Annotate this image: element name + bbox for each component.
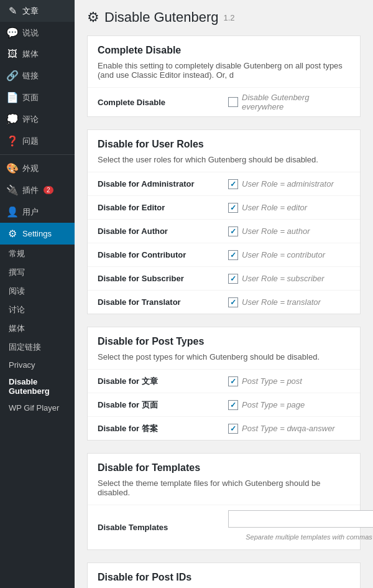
- sidebar-sub-xiezuo[interactable]: 撰写: [0, 263, 75, 282]
- role-editor-checkbox[interactable]: [228, 203, 238, 213]
- sidebar-sub-meiti[interactable]: 媒体: [0, 319, 75, 338]
- templates-input[interactable]: [228, 510, 373, 528]
- lianjie-icon: 🔗: [6, 70, 19, 82]
- sidebar-item-label: Settings: [22, 229, 52, 238]
- role-administrator-checkbox[interactable]: [228, 179, 238, 189]
- role-translator-row: Disable for Translator User Role = trans…: [88, 290, 360, 314]
- post-type-yemian-checkbox[interactable]: [228, 400, 238, 410]
- complete-disable-desc: Enable this setting to completely disabl…: [88, 58, 360, 87]
- templates-section: Disable for Templates Select the theme t…: [87, 453, 361, 550]
- role-contributor-value: User Role = contributor: [242, 250, 325, 259]
- sidebar-item-label: 页面: [22, 92, 39, 103]
- sidebar-item-label: 链接: [22, 70, 39, 82]
- post-types-desc: Select the post types for which Gutenber…: [88, 350, 360, 369]
- sidebar-item-label: 媒体: [22, 49, 39, 60]
- post-type-wenzhang-label: Disable for 文章: [98, 376, 228, 387]
- role-administrator-row: Disable for Administrator User Role = ad…: [88, 172, 360, 195]
- role-editor-value: User Role = editor: [242, 203, 307, 212]
- sidebar-item-lianjie[interactable]: 🔗 链接: [0, 65, 75, 86]
- post-type-daan-value: Post Type = dwqa-answer: [242, 424, 335, 433]
- sidebar-item-label: 评论: [22, 114, 39, 125]
- post-type-wenzhang-checkbox[interactable]: [228, 376, 238, 386]
- user-roles-title: Disable for User Roles: [88, 130, 360, 152]
- wenzhang-icon: ✎: [6, 5, 19, 17]
- sidebar-sub-privacy[interactable]: Privacy: [0, 357, 75, 373]
- templates-hint: Separate multiple templates with commas: [246, 531, 372, 544]
- role-contributor-checkbox[interactable]: [228, 250, 238, 260]
- templates-label: Disable Templates: [98, 523, 228, 532]
- shuoshuo-icon: 💬: [6, 27, 19, 39]
- post-type-yemian-row: Disable for 页面 Post Type = page: [88, 393, 360, 416]
- role-contributor-row: Disable for Contributor User Role = cont…: [88, 243, 360, 266]
- page-title: ⚙ Disable Gutenberg 1.2: [87, 9, 361, 26]
- templates-row: Disable Templates Separate multiple temp…: [88, 505, 360, 549]
- sidebar-item-label: 插件: [22, 185, 39, 196]
- complete-disable-value-text: Disable Gutenberg everywhere: [242, 93, 350, 111]
- wenti-icon: ❓: [6, 135, 19, 147]
- complete-disable-row: Complete Disable Disable Gutenberg every…: [88, 87, 360, 116]
- post-ids-section: Disable for Post IDs Select the post IDs…: [87, 562, 361, 588]
- post-ids-title: Disable for Post IDs: [88, 563, 360, 586]
- post-type-daan-checkbox[interactable]: [228, 424, 238, 434]
- user-roles-desc: Select the user roles for which Gutenber…: [88, 152, 360, 172]
- sidebar-item-label: 问题: [22, 136, 39, 147]
- user-roles-section: Disable for User Roles Select the user r…: [87, 129, 361, 314]
- page-version: 1.2: [223, 13, 234, 22]
- templates-title: Disable for Templates: [88, 454, 360, 476]
- sidebar-item-wenzhang[interactable]: ✎ 文章: [0, 0, 75, 22]
- pinglun-icon: 💭: [6, 113, 19, 125]
- waiguan-icon: 🎨: [6, 162, 19, 174]
- sidebar-sub-taolun[interactable]: 讨论: [0, 301, 75, 319]
- post-type-wenzhang-value: Post Type = post: [242, 376, 302, 386]
- sidebar-sub-changgui[interactable]: 常规: [0, 245, 75, 263]
- role-translator-label: Disable for Translator: [98, 297, 228, 307]
- post-type-yemian-label: Disable for 页面: [98, 399, 228, 411]
- post-type-wenzhang-row: Disable for 文章 Post Type = post: [88, 369, 360, 393]
- role-author-row: Disable for Author User Role = author: [88, 219, 360, 243]
- sidebar-item-chajian[interactable]: 🔌 插件 2: [0, 179, 75, 201]
- gear-icon: ⚙: [87, 9, 99, 26]
- post-ids-desc: Select the post IDs for which Gutenberg …: [88, 586, 360, 588]
- yonghu-icon: 👤: [6, 206, 19, 218]
- settings-icon: ⚙: [6, 228, 19, 240]
- plugin-badge: 2: [44, 186, 53, 194]
- sidebar-sub-yuedu[interactable]: 阅读: [0, 282, 75, 301]
- complete-disable-value: Disable Gutenberg everywhere: [228, 93, 350, 111]
- role-author-checkbox[interactable]: [228, 226, 238, 236]
- sidebar-item-waiguan[interactable]: 🎨 外观: [0, 157, 75, 179]
- sidebar-item-pinglun[interactable]: 💭 评论: [0, 108, 75, 130]
- sidebar-item-yonghu[interactable]: 👤 用户: [0, 201, 75, 223]
- post-types-section: Disable for Post Types Select the post t…: [87, 327, 361, 441]
- role-translator-checkbox[interactable]: [228, 297, 238, 307]
- complete-disable-checkbox[interactable]: [228, 97, 238, 107]
- sidebar-sub-wp-gif[interactable]: WP Gif Player: [0, 399, 75, 416]
- role-subscriber-checkbox[interactable]: [228, 274, 238, 284]
- role-contributor-label: Disable for Contributor: [98, 250, 228, 259]
- sidebar-item-label: 用户: [22, 207, 39, 218]
- sidebar-item-shuoshuo[interactable]: 💬 说说: [0, 22, 75, 44]
- role-translator-value: User Role = translator: [242, 297, 321, 307]
- sidebar-item-label: 说说: [22, 27, 39, 39]
- sidebar-sub-guding[interactable]: 固定链接: [0, 338, 75, 357]
- complete-disable-label: Complete Disable: [98, 98, 228, 107]
- yemian-icon: 📄: [6, 91, 19, 103]
- meiti-icon: 🖼: [6, 49, 19, 60]
- role-subscriber-label: Disable for Subscriber: [98, 274, 228, 283]
- sidebar-item-label: 外观: [22, 163, 39, 174]
- post-types-title: Disable for Post Types: [88, 327, 360, 350]
- complete-disable-title: Complete Disable: [88, 36, 360, 58]
- sidebar-sub-disable-gutenberg[interactable]: Disable Gutenberg: [0, 373, 75, 399]
- sidebar-item-meiti[interactable]: 🖼 媒体: [0, 44, 75, 65]
- post-type-daan-row: Disable for 答案 Post Type = dwqa-answer: [88, 416, 360, 440]
- sidebar-item-yemian[interactable]: 📄 页面: [0, 86, 75, 108]
- templates-desc: Select the theme template files for whic…: [88, 476, 360, 505]
- role-editor-label: Disable for Editor: [98, 203, 228, 212]
- role-administrator-value: User Role = administrator: [242, 179, 334, 189]
- sidebar-item-settings[interactable]: ⚙ Settings: [0, 223, 75, 245]
- sidebar: ✎ 文章 💬 说说 🖼 媒体 🔗 链接 📄 页面 💭 评论 ❓ 问题 🎨 外观 …: [0, 0, 75, 588]
- role-subscriber-value: User Role = subscriber: [242, 274, 325, 283]
- role-author-label: Disable for Author: [98, 226, 228, 236]
- complete-disable-section: Complete Disable Enable this setting to …: [87, 35, 361, 117]
- sidebar-item-wenti[interactable]: ❓ 问题: [0, 130, 75, 152]
- role-administrator-label: Disable for Administrator: [98, 179, 228, 189]
